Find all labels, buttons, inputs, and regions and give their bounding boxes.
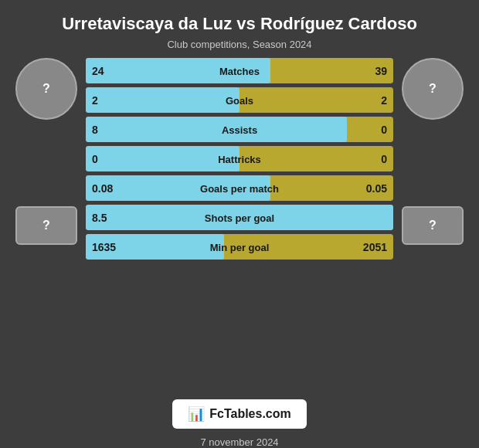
logo-area: 📊 FcTables.com [172,399,307,429]
logo-text: FcTables.com [209,407,291,421]
stat-label-text-0: Matches [219,65,260,76]
chart-icon: 📊 [188,406,205,423]
right-avatar-2: ? [402,206,464,245]
stat-left-val-6: 1635 [92,241,116,253]
stat-left-val-4: 0.08 [92,182,113,195]
stat-row-0: Matches2439 [86,58,393,83]
stat-label-text-4: Goals per match [200,182,279,194]
main-container: Urretaviscaya da Luz vs Rodríguez Cardos… [0,0,479,448]
stat-right-val-2: 0 [381,124,387,136]
stat-left-val-3: 0 [92,153,98,165]
stat-label-text-5: Shots per goal [205,212,274,223]
footer-date: 7 november 2024 [200,436,278,448]
right-avatar-1: ? [402,58,464,120]
stat-left-val-0: 24 [92,65,104,77]
stat-row-1: Goals22 [86,87,393,113]
stat-right-val-6: 2051 [363,241,387,253]
stat-right-val-3: 0 [381,153,387,165]
match-title: Urretaviscaya da Luz vs Rodríguez Cardos… [46,14,433,34]
stat-row-5: Shots per goal8.5 [86,205,393,230]
stat-row-4: Goals per match0.080.05 [86,175,393,201]
stat-label-text-2: Assists [222,124,257,135]
stat-right-val-0: 39 [375,65,387,77]
stats-layout: ??Matches2439Goals22Assists80Hattricks00… [0,58,479,390]
stat-left-val-1: 2 [92,94,98,107]
stat-row-6: Min per goal16352051 [86,234,393,260]
stat-label-text-3: Hattricks [218,153,261,165]
stat-left-val-2: 8 [92,124,98,136]
match-subtitle: Club competitions, Season 2024 [167,39,311,50]
stat-left-val-5: 8.5 [92,212,107,224]
stat-label-text-6: Min per goal [210,241,270,253]
stat-row-2: Assists80 [86,117,393,142]
stat-row-3: Hattricks00 [86,146,393,171]
left-avatar-1: ? [15,58,77,120]
stat-right-val-4: 0.05 [366,182,387,195]
left-avatar-2: ? [15,206,77,245]
stat-right-val-1: 2 [381,94,387,107]
stat-label-text-1: Goals [226,94,253,106]
